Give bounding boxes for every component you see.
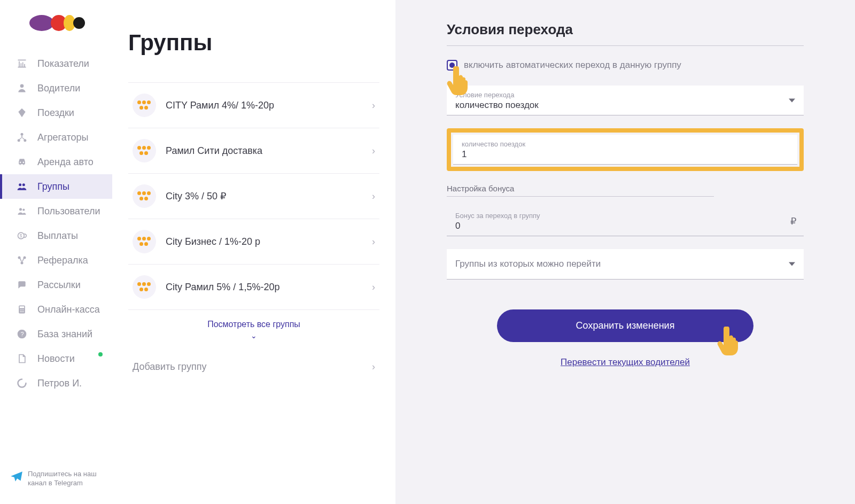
group-avatar-icon: [133, 275, 156, 299]
car-icon: [16, 156, 28, 168]
save-button[interactable]: Сохранить изменения: [497, 309, 753, 342]
chevron-right-icon: ›: [372, 236, 375, 247]
referral-icon: [16, 254, 28, 266]
dropdown-caret-icon: [789, 262, 795, 266]
sidebar-label: Показатели: [37, 58, 103, 69]
group-row[interactable]: Рамил Сити доставка›: [128, 128, 379, 174]
sidebar-label: Поездки: [37, 107, 103, 119]
group-row[interactable]: City Бизнес / 1%-20 р›: [128, 219, 379, 265]
sidebar-item-car-rental[interactable]: Аренда авто: [0, 150, 112, 174]
sidebar-item-payouts[interactable]: $ Выплаты: [0, 223, 112, 248]
svg-point-17: [23, 309, 24, 311]
sidebar-label: Рефералка: [37, 255, 103, 266]
diamond-icon: [16, 107, 28, 119]
enable-auto-transfer-row[interactable]: включить автоматических переход в данную…: [447, 60, 804, 71]
document-icon: [16, 353, 28, 365]
save-button-label: Сохранить изменения: [576, 320, 675, 331]
groups-icon: [16, 181, 28, 192]
chevron-down-icon: ⌄: [128, 331, 379, 340]
sidebar-label: Аренда авто: [37, 157, 103, 168]
group-name: City Рамил 5% / 1,5%-20р: [166, 282, 372, 293]
sidebar: Показатели Водители Поездки Агрегаторы А…: [0, 0, 112, 504]
group-name: Рамил Сити доставка: [166, 145, 372, 157]
group-avatar-icon: [133, 230, 156, 253]
sidebar-item-knowledge-base[interactable]: ? База знаний: [0, 322, 112, 346]
rides-count-input[interactable]: количество поездок 1: [453, 135, 797, 165]
enable-label: включить автоматических переход в данную…: [464, 60, 681, 71]
conditions-title: Условия перехода: [447, 21, 804, 38]
add-group-label: Добавить группу: [133, 361, 206, 373]
sidebar-item-groups[interactable]: Группы: [0, 174, 112, 199]
group-avatar-icon: [133, 184, 156, 208]
sidebar-item-news[interactable]: Новости: [0, 346, 112, 371]
sidebar-item-referral[interactable]: Рефералка: [0, 248, 112, 273]
user-name: Петров И.: [37, 378, 103, 389]
sidebar-label: Агрегаторы: [37, 132, 103, 143]
currency-suffix: ₽: [790, 215, 796, 227]
svg-point-16: [21, 309, 22, 311]
svg-point-15: [20, 309, 21, 311]
conditions-panel: Условия перехода включить автоматических…: [395, 0, 855, 504]
svg-point-12: [21, 262, 24, 265]
source-groups-select[interactable]: Группы из которых можно перейти: [447, 249, 804, 280]
hand-pointer-icon: [716, 324, 743, 356]
chevron-right-icon: ›: [372, 191, 375, 202]
field-label: количество поездок: [462, 140, 789, 148]
group-name: CITY Рамил 4%/ 1%-20р: [166, 100, 372, 111]
sidebar-label: Новости: [37, 353, 96, 365]
person-icon: [16, 82, 28, 94]
chevron-right-icon: ›: [372, 282, 375, 293]
sidebar-item-indicators[interactable]: Показатели: [0, 51, 112, 76]
telegram-text: Подпишитесь на наш канал в Telegram: [28, 470, 106, 488]
enable-checkbox[interactable]: [447, 60, 457, 71]
notification-dot: [98, 352, 103, 356]
divider: [447, 45, 804, 46]
groups-panel: Группы CITY Рамил 4%/ 1%-20р›Рамил Сити …: [112, 0, 395, 504]
see-all-groups-link[interactable]: Посмотреть все группы ⌄: [128, 310, 379, 343]
sidebar-item-users[interactable]: Пользователи: [0, 199, 112, 223]
add-group-button[interactable]: Добавить группу ›: [128, 343, 379, 373]
bonus-section-title: Настройка бонуса: [447, 184, 714, 197]
svg-text:$: $: [20, 233, 22, 238]
see-all-label: Посмотреть все группы: [207, 320, 300, 329]
sidebar-item-online-kassa[interactable]: Онлайн-касса: [0, 297, 112, 322]
svg-point-0: [20, 84, 24, 88]
sidebar-label: Группы: [37, 181, 103, 192]
sidebar-item-mailings[interactable]: Рассылки: [0, 273, 112, 297]
sidebar-label: Онлайн-касса: [37, 304, 103, 315]
svg-point-20: [23, 311, 24, 312]
telegram-subscribe[interactable]: Подпишитесь на наш канал в Telegram: [10, 470, 106, 488]
svg-point-1: [21, 133, 24, 136]
svg-point-5: [22, 183, 25, 186]
sidebar-item-drivers[interactable]: Водители: [0, 76, 112, 100]
sidebar-item-user-profile[interactable]: Петров И.: [0, 371, 112, 396]
svg-point-19: [21, 311, 22, 312]
group-avatar-icon: [133, 94, 156, 117]
sidebar-label: База знаний: [37, 329, 103, 340]
group-row[interactable]: City 3% / 50 ₽›: [128, 174, 379, 219]
sidebar-label: Выплаты: [37, 230, 103, 242]
group-row[interactable]: CITY Рамил 4%/ 1%-20р›: [128, 82, 379, 128]
telegram-icon: [10, 470, 24, 484]
field-label: Бонус за переход в группу: [455, 212, 795, 220]
chart-icon: [16, 58, 28, 69]
sidebar-item-trips[interactable]: Поездки: [0, 100, 112, 125]
rides-count-highlight: количество поездок 1: [447, 128, 804, 171]
page-title: Группы: [128, 30, 379, 56]
sidebar-label: Пользователи: [37, 206, 103, 217]
chat-icon: [16, 279, 28, 291]
dropdown-caret-icon: [789, 98, 795, 102]
chevron-right-icon: ›: [372, 100, 375, 111]
group-name: City Бизнес / 1%-20 р: [166, 236, 372, 247]
calculator-icon: [16, 304, 28, 315]
sidebar-label: Водители: [37, 83, 103, 94]
group-row[interactable]: City Рамил 5% / 1,5%-20р›: [128, 265, 379, 310]
bonus-input[interactable]: Бонус за переход в группу 0 ₽: [447, 206, 804, 236]
field-label: Условие перехода: [455, 91, 795, 99]
transfer-drivers-link[interactable]: Перевести текущих водителей: [447, 357, 804, 368]
svg-point-18: [20, 311, 21, 312]
chevron-right-icon: ›: [372, 361, 375, 373]
sidebar-item-aggregators[interactable]: Агрегаторы: [0, 125, 112, 150]
condition-select[interactable]: Условие перехода количество поездок: [447, 86, 804, 115]
chevron-right-icon: ›: [372, 145, 375, 157]
